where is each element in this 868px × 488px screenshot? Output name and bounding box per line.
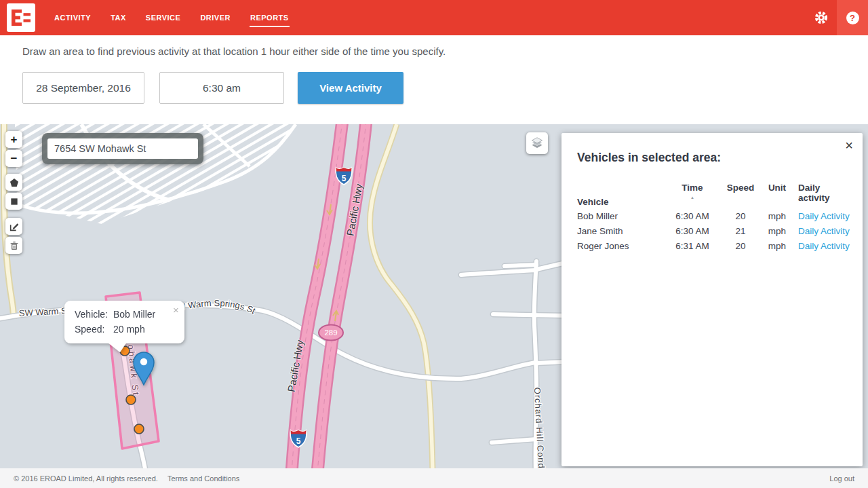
cell-vehicle: Roger Jones bbox=[577, 241, 664, 251]
tab-driver[interactable]: DRIVER bbox=[199, 8, 231, 27]
gear-icon bbox=[813, 10, 829, 26]
popup-vehicle-value: Bob Miller bbox=[113, 309, 156, 320]
col-speed[interactable]: Speed bbox=[721, 183, 760, 193]
map-search-input[interactable] bbox=[47, 138, 198, 159]
cell-vehicle: Jane Smith bbox=[577, 226, 664, 236]
pin-hole bbox=[140, 358, 147, 365]
cell-speed: 20 bbox=[721, 211, 760, 221]
view-activity-button[interactable]: View Activity bbox=[298, 72, 403, 104]
edit-shape-button[interactable] bbox=[5, 218, 22, 235]
eroad-logo-icon bbox=[12, 10, 31, 26]
daily-activity-link[interactable]: Daily Activity bbox=[798, 226, 850, 236]
map-search-box bbox=[42, 133, 203, 164]
instruction-text: Draw an area to find previous activity a… bbox=[22, 35, 868, 57]
popup-speed-label: Speed: bbox=[75, 324, 104, 335]
cell-unit: mph bbox=[760, 226, 794, 236]
cell-time: 6:30 AM bbox=[664, 211, 721, 221]
tab-tax[interactable]: TAX bbox=[110, 8, 127, 27]
help-icon: ? bbox=[846, 12, 859, 24]
draw-tools bbox=[5, 174, 22, 212]
daily-activity-link[interactable]: Daily Activity bbox=[798, 241, 850, 251]
map[interactable]: SW Warm Springs St SW Warm Springs St Pa… bbox=[0, 124, 868, 468]
col-vehicle[interactable]: Vehicle bbox=[577, 197, 664, 208]
col-daily-activity[interactable]: Daily activity bbox=[794, 183, 852, 203]
trash-icon bbox=[9, 240, 20, 251]
logout-link[interactable]: Log out bbox=[829, 474, 854, 483]
vehicles-panel: × Vehicles in selected area: Vehicle Tim… bbox=[561, 133, 863, 466]
svg-text:5: 5 bbox=[296, 436, 301, 446]
col-time[interactable]: Time ▲ bbox=[664, 183, 721, 200]
draw-rectangle-button[interactable] bbox=[5, 193, 22, 210]
cell-vehicle: Bob Miller bbox=[577, 211, 664, 221]
vehicles-table: Vehicle Time ▲ Speed Unit Daily activity… bbox=[577, 183, 852, 253]
cell-time: 6:30 AM bbox=[664, 226, 721, 236]
svg-text:289: 289 bbox=[324, 329, 337, 337]
cell-unit: mph bbox=[760, 211, 794, 221]
footer: © 2016 EROAD Limited, All rights reserve… bbox=[0, 468, 868, 488]
daily-activity-link[interactable]: Daily Activity bbox=[798, 211, 850, 221]
nav-right: ? bbox=[806, 0, 868, 35]
cell-speed: 21 bbox=[721, 226, 760, 236]
help-button[interactable]: ? bbox=[837, 0, 868, 35]
route-289-shield: 289 bbox=[319, 325, 343, 341]
table-row: Jane Smith 6:30 AM 21 mph Daily Activity bbox=[577, 223, 852, 238]
report-controls: Draw an area to find previous activity a… bbox=[0, 35, 868, 124]
top-nav: ACTIVITY TAX SERVICE DRIVER REPORTS ? bbox=[0, 0, 868, 35]
cell-time: 6:31 AM bbox=[664, 241, 721, 251]
vehicle-marker-roger[interactable] bbox=[134, 424, 144, 434]
table-header: Vehicle Time ▲ Speed Unit Daily activity bbox=[577, 183, 852, 208]
polygon-icon bbox=[9, 177, 20, 188]
tab-activity[interactable]: ACTIVITY bbox=[54, 8, 92, 27]
time-input[interactable] bbox=[159, 72, 284, 104]
svg-text:5: 5 bbox=[342, 174, 347, 183]
zoom-out-button[interactable]: − bbox=[5, 150, 22, 167]
layers-button[interactable] bbox=[526, 132, 548, 154]
popup-close-icon[interactable]: × bbox=[173, 304, 179, 316]
cell-unit: mph bbox=[760, 241, 794, 251]
date-input[interactable] bbox=[22, 72, 144, 104]
copyright-text: © 2016 EROAD Limited, All rights reserve… bbox=[14, 474, 158, 483]
rectangle-icon bbox=[9, 196, 20, 207]
tab-service[interactable]: SERVICE bbox=[145, 8, 182, 27]
cell-speed: 20 bbox=[721, 241, 760, 251]
draw-polygon-button[interactable] bbox=[5, 174, 22, 191]
panel-title: Vehicles in selected area: bbox=[577, 151, 863, 165]
activity-form: View Activity bbox=[22, 72, 868, 104]
delete-shape-button[interactable] bbox=[5, 237, 22, 254]
eroad-logo[interactable] bbox=[7, 3, 35, 32]
edit-icon bbox=[9, 221, 20, 232]
edit-tools bbox=[5, 218, 22, 256]
layers-icon bbox=[530, 136, 545, 151]
settings-button[interactable] bbox=[806, 0, 837, 35]
table-row: Roger Jones 6:31 AM 20 mph Daily Activit… bbox=[577, 238, 852, 253]
zoom-controls: + − bbox=[5, 131, 22, 169]
terms-link[interactable]: Terms and Conditions bbox=[167, 474, 239, 483]
col-time-label: Time bbox=[682, 183, 703, 193]
col-unit[interactable]: Unit bbox=[760, 183, 794, 193]
popup-vehicle-label: Vehicle: bbox=[75, 309, 108, 320]
tab-reports[interactable]: REPORTS bbox=[250, 8, 290, 27]
nav-tabs: ACTIVITY TAX SERVICE DRIVER REPORTS bbox=[54, 8, 290, 27]
panel-close-button[interactable]: × bbox=[845, 138, 853, 152]
table-row: Bob Miller 6:30 AM 20 mph Daily Activity bbox=[577, 208, 852, 223]
sort-ascending-icon: ▲ bbox=[690, 195, 694, 200]
vehicle-marker-jane[interactable] bbox=[126, 395, 136, 405]
popup-speed-value: 20 mph bbox=[113, 324, 145, 335]
zoom-in-button[interactable]: + bbox=[5, 131, 22, 148]
